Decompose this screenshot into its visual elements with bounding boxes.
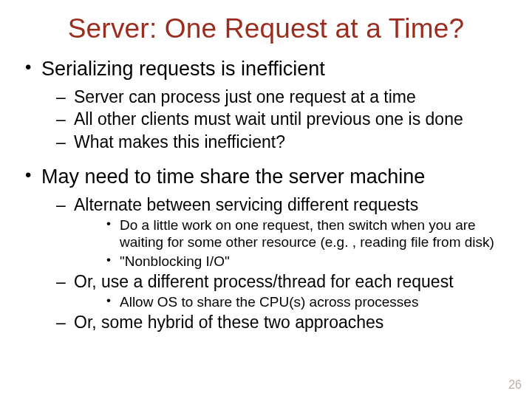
bullet-lvl3: Do a little work on one request, then sw…: [74, 216, 510, 250]
bullet-lvl2: Server can process just one request at a…: [41, 86, 510, 108]
sub-sub-list: Allow OS to share the CPU(s) across proc…: [74, 293, 510, 310]
bullet-lvl1: Serializing requests is inefficient Serv…: [22, 56, 510, 152]
bullet-text: "Nonblocking I/O": [120, 253, 230, 269]
bullet-lvl3: "Nonblocking I/O": [74, 253, 510, 270]
bullet-text: May need to time share the server machin…: [41, 166, 425, 188]
bullet-text: Allow OS to share the CPU(s) across proc…: [120, 294, 418, 310]
bullet-lvl2: Or, use a different process/thread for e…: [41, 271, 510, 311]
bullet-text: What makes this inefficient?: [74, 132, 285, 151]
slide: Server: One Request at a Time? Serializi…: [0, 0, 532, 399]
bullet-lvl2: Or, some hybrid of these two approaches: [41, 312, 510, 333]
sub-list: Server can process just one request at a…: [41, 86, 510, 153]
bullet-text: Server can process just one request at a…: [74, 87, 416, 106]
slide-title: Server: One Request at a Time?: [22, 13, 510, 44]
bullet-lvl2: What makes this inefficient?: [41, 132, 510, 153]
bullet-text: Alternate between servicing different re…: [74, 195, 418, 214]
bullet-text: Or, some hybrid of these two approaches: [74, 313, 383, 332]
bullet-lvl3: Allow OS to share the CPU(s) across proc…: [74, 293, 510, 310]
bullet-lvl2: Alternate between servicing different re…: [41, 194, 510, 270]
spacer: [22, 157, 510, 164]
bullet-list: Serializing requests is inefficient Serv…: [22, 56, 510, 152]
bullet-list: May need to time share the server machin…: [22, 164, 510, 333]
bullet-lvl1: May need to time share the server machin…: [22, 164, 510, 333]
bullet-text: Serializing requests is inefficient: [41, 58, 325, 80]
sub-list: Alternate between servicing different re…: [41, 194, 510, 333]
bullet-text: Or, use a different process/thread for e…: [74, 272, 454, 291]
bullet-text: All other clients must wait until previo…: [74, 109, 463, 129]
page-number: 26: [508, 378, 522, 392]
bullet-lvl2: All other clients must wait until previo…: [41, 109, 510, 130]
sub-sub-list: Do a little work on one request, then sw…: [74, 216, 510, 270]
bullet-text: Do a little work on one request, then sw…: [120, 217, 494, 250]
